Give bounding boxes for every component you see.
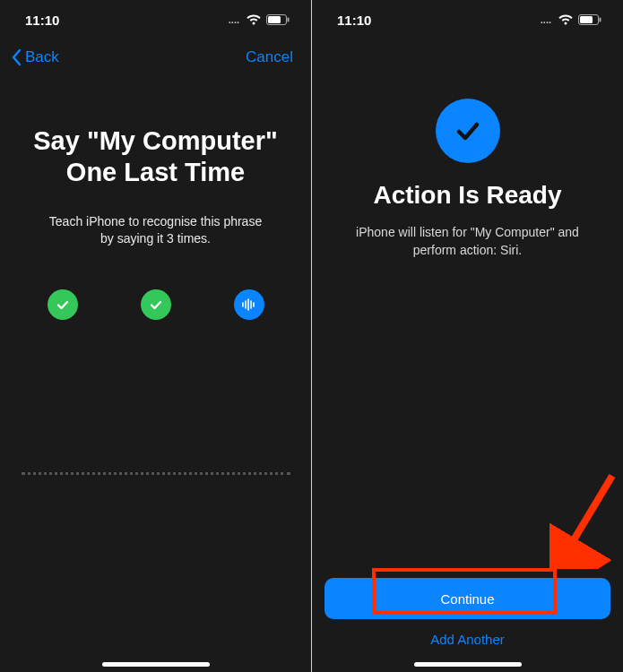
success-check-icon <box>436 99 500 163</box>
wifi-icon <box>247 13 261 28</box>
status-right: .... <box>229 13 290 28</box>
back-label: Back <box>25 48 59 66</box>
sub-line-2: by saying it 3 times. <box>49 230 262 248</box>
bottom-actions: Continue Add Another <box>324 578 610 647</box>
screen-action-ready: 11:10 .... Action Is Ready iPhone will l… <box>312 0 623 672</box>
add-another-button[interactable]: Add Another <box>430 632 505 647</box>
sub-line-1: Teach iPhone to recognise this phrase <box>49 213 262 231</box>
status-right: .... <box>541 13 601 28</box>
svg-rect-2 <box>288 17 290 22</box>
title-block: Say "My Computer" One Last Time <box>33 125 277 188</box>
screen-teach-phrase: 11:10 .... Back Cancel Say "My Computer"… <box>0 0 311 672</box>
title-line-2: One Last Time <box>33 157 277 188</box>
home-indicator[interactable] <box>102 662 210 667</box>
chevron-left-icon <box>11 48 22 66</box>
ready-sub-line-2: perform action: Siri. <box>356 242 579 260</box>
ready-title: Action Is Ready <box>373 181 561 210</box>
cellular-dots-icon: .... <box>229 14 239 25</box>
title-line-1: Say "My Computer" <box>33 125 277 157</box>
ready-sub-line-1: iPhone will listen for "My Computer" and <box>356 224 579 242</box>
cancel-button[interactable]: Cancel <box>246 48 300 66</box>
status-bar: 11:10 .... <box>0 0 311 39</box>
main-content: Say "My Computer" One Last Time Teach iP… <box>0 75 311 672</box>
check-icon <box>141 289 171 320</box>
svg-rect-1 <box>268 16 281 23</box>
subtitle: Teach iPhone to recognise this phrase by… <box>49 213 262 248</box>
wifi-icon <box>558 13 573 28</box>
nav-bar: Back Cancel <box>0 39 311 75</box>
svg-rect-9 <box>580 16 593 23</box>
status-bar: 11:10 .... <box>312 0 623 39</box>
continue-button[interactable]: Continue <box>324 578 610 619</box>
svg-rect-10 <box>600 17 601 22</box>
battery-icon <box>266 13 290 28</box>
check-icon <box>48 289 78 320</box>
cellular-dots-icon: .... <box>541 14 551 25</box>
progress-indicators <box>48 289 264 320</box>
back-button[interactable]: Back <box>11 48 59 66</box>
waveform-icon <box>234 289 264 320</box>
waveform-track <box>22 472 290 475</box>
battery-icon <box>578 13 601 28</box>
ready-subtitle: iPhone will listen for "My Computer" and… <box>349 224 586 259</box>
home-indicator[interactable] <box>414 662 522 667</box>
status-time: 11:10 <box>337 13 371 28</box>
status-time: 11:10 <box>25 13 59 28</box>
